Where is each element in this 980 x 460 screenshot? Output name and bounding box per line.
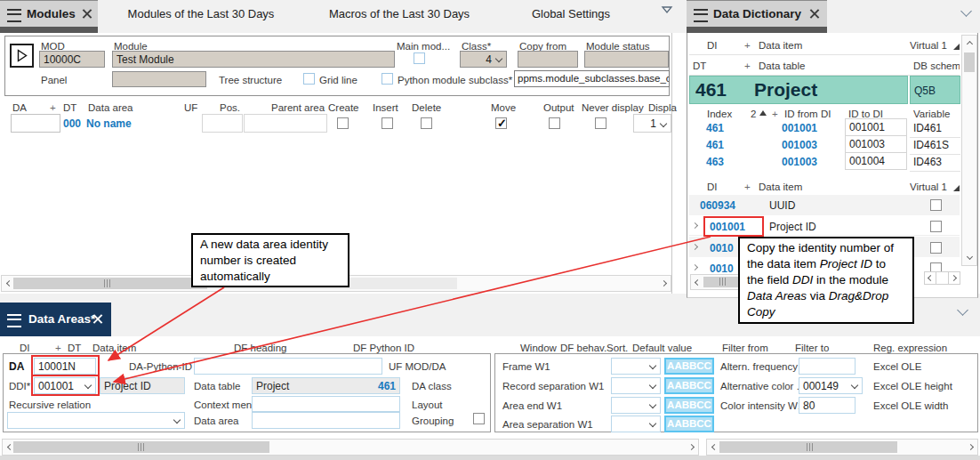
- area-end-w1-color-swatch[interactable]: AABBCC: [664, 397, 714, 414]
- index-row-from[interactable]: 001003: [782, 139, 817, 151]
- expand-plus[interactable]: +: [744, 60, 751, 72]
- index-row-to-cell[interactable]: 001001: [845, 118, 907, 136]
- dd-mini-hscrollbar[interactable]: [924, 271, 960, 285]
- menu-icon[interactable]: [694, 9, 708, 22]
- area-end-w1-dropdown[interactable]: [611, 397, 661, 414]
- data-area-field[interactable]: [252, 412, 400, 429]
- mod-field[interactable]: 10000C: [39, 51, 105, 68]
- move-checkbox[interactable]: [495, 117, 507, 129]
- index-row-from[interactable]: 001003: [782, 156, 817, 168]
- grouping-checkbox[interactable]: [473, 413, 485, 424]
- scroll-left-icon[interactable]: [6, 280, 12, 286]
- scroll-thumb[interactable]: [13, 278, 207, 289]
- tab-modules[interactable]: Modules: [0, 0, 98, 27]
- index-sort-order[interactable]: 2: [751, 108, 756, 120]
- row-data-area-value[interactable]: No name: [86, 117, 132, 130]
- expand-plus[interactable]: +: [744, 39, 751, 52]
- frame-w1-dropdown[interactable]: [611, 358, 661, 375]
- python-subclass-checkbox[interactable]: [382, 73, 393, 85]
- context-menu-field[interactable]: [252, 396, 400, 412]
- index-row-variable[interactable]: ID461: [913, 122, 942, 134]
- dd-virtual-col-label[interactable]: Virtual 1: [910, 39, 960, 52]
- item-row-name[interactable]: UUID: [769, 199, 795, 212]
- index-row-index[interactable]: 461: [706, 139, 724, 151]
- index-row-to-cell[interactable]: 001003: [845, 135, 907, 153]
- tab-modules-last-30-days[interactable]: Modules of the Last 30 Days: [102, 7, 300, 20]
- tab-macros-last-30-days[interactable]: Macros of the Last 30 Days: [309, 7, 489, 20]
- item-row-name[interactable]: Project ID: [769, 221, 816, 233]
- scroll-left-icon[interactable]: [695, 279, 701, 286]
- scroll-thumb[interactable]: [13, 441, 269, 453]
- tab-overflow-icon[interactable]: [661, 5, 673, 14]
- expand-plus[interactable]: +: [744, 181, 751, 193]
- insert-checkbox[interactable]: [382, 117, 393, 129]
- run-button[interactable]: [10, 44, 34, 68]
- never-display-checkbox[interactable]: [595, 117, 606, 129]
- copy-from-field[interactable]: [518, 51, 578, 68]
- tab-data-dictionary[interactable]: Data Dictionary: [687, 0, 827, 27]
- subclass-path-field[interactable]: ppms.module_subclasses.base_clas: [514, 70, 670, 87]
- output-checkbox[interactable]: [549, 117, 560, 129]
- item-row-id[interactable]: 0010: [710, 242, 734, 254]
- close-icon[interactable]: [92, 314, 102, 324]
- expand-plus[interactable]: +: [50, 101, 56, 114]
- index-row-variable[interactable]: ID463: [913, 156, 942, 168]
- main-mod-checkbox[interactable]: [414, 52, 425, 64]
- module-status-field[interactable]: [584, 51, 669, 68]
- bottom-left-hscrollbar[interactable]: [2, 439, 699, 456]
- index-row-index[interactable]: 461: [706, 122, 724, 134]
- scroll-left-icon[interactable]: [7, 444, 13, 450]
- tab-global-settings[interactable]: Global Settings: [496, 7, 646, 20]
- display-dropdown[interactable]: 1: [633, 114, 671, 133]
- frame-w1-color-swatch[interactable]: AABBCC: [664, 358, 714, 375]
- index-row-index[interactable]: 463: [706, 156, 724, 168]
- class-dropdown[interactable]: 4: [460, 51, 507, 68]
- virtual-checkbox[interactable]: [930, 242, 942, 254]
- expand-plus[interactable]: +: [55, 342, 61, 354]
- menu-icon[interactable]: [7, 314, 21, 327]
- scroll-down-icon[interactable]: [967, 254, 973, 260]
- item-row-id[interactable]: 0010: [710, 262, 734, 275]
- scroll-thumb[interactable]: [719, 441, 897, 453]
- close-icon[interactable]: [82, 9, 92, 19]
- panel-field[interactable]: [112, 71, 206, 87]
- menu-icon[interactable]: [7, 9, 21, 22]
- row-dt-value[interactable]: 000: [63, 117, 81, 130]
- scroll-up-icon[interactable]: [967, 41, 973, 47]
- expand-plus[interactable]: +: [772, 108, 778, 120]
- tab-data-areas[interactable]: Data Areas*: [0, 303, 111, 336]
- virtual-checkbox[interactable]: [930, 221, 942, 232]
- area-separation-w1-dropdown[interactable]: [611, 416, 661, 432]
- scroll-left-icon[interactable]: [711, 444, 718, 450]
- create-checkbox[interactable]: [337, 117, 349, 129]
- grid-line-checkbox[interactable]: [303, 73, 315, 85]
- pos-input[interactable]: [202, 114, 243, 133]
- altern-frequency-field[interactable]: [799, 358, 855, 375]
- scroll-left-button[interactable]: [925, 272, 936, 284]
- scroll-thumb[interactable]: [964, 52, 975, 72]
- index-row-from[interactable]: 001001: [782, 122, 817, 134]
- scroll-right-icon[interactable]: [661, 280, 667, 286]
- recursive-relation-dropdown[interactable]: [7, 412, 185, 429]
- dd-item-virtual-label[interactable]: Virtual 1: [910, 181, 960, 193]
- module-field[interactable]: Test Module: [112, 51, 395, 68]
- scroll-right-icon[interactable]: [688, 444, 695, 450]
- scroll-right-icon[interactable]: [968, 444, 974, 450]
- index-row-to-cell[interactable]: 001004: [845, 152, 907, 170]
- area-separation-w1-color-swatch[interactable]: AABBCC: [664, 416, 714, 432]
- delete-checkbox[interactable]: [421, 117, 432, 129]
- item-row-id[interactable]: 060934: [700, 199, 735, 212]
- sort-asc-icon[interactable]: [759, 110, 767, 116]
- index-row-variable[interactable]: ID461S: [913, 139, 949, 151]
- close-icon[interactable]: [809, 9, 819, 19]
- color-intensity-field[interactable]: 80: [799, 397, 855, 414]
- da-python-id-field[interactable]: [194, 358, 382, 375]
- alternative-color-dropdown[interactable]: 000149: [799, 377, 863, 394]
- parent-area-input[interactable]: [244, 114, 327, 133]
- da-id-input[interactable]: [11, 114, 60, 133]
- virtual-checkbox[interactable]: [930, 199, 942, 211]
- record-separation-w1-dropdown[interactable]: [611, 377, 661, 394]
- dd-vscrollbar[interactable]: [961, 35, 977, 266]
- scroll-right-button[interactable]: [948, 272, 960, 284]
- selected-table-row[interactable]: 461 Project: [689, 76, 908, 104]
